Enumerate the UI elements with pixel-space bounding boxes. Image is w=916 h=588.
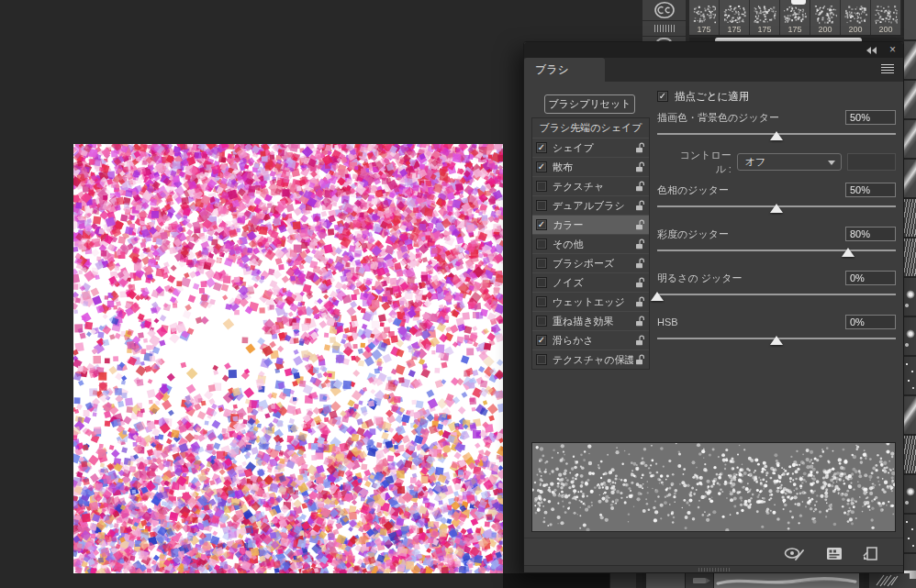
panel-resize-grip-row[interactable] — [524, 565, 903, 572]
setting-checkbox[interactable]: ✓ — [536, 335, 547, 346]
hsb-thumb[interactable] — [770, 336, 783, 345]
setting-checkbox[interactable] — [536, 239, 547, 250]
unlocked-padlock-icon[interactable] — [635, 354, 645, 365]
unlocked-padlock-icon[interactable] — [635, 335, 645, 346]
setting-checkbox[interactable]: ✓ — [536, 142, 547, 153]
brightness-jitter: 明るさの ジッター0% — [657, 270, 896, 305]
dock-thumbnail-dots[interactable] — [904, 357, 916, 396]
unlocked-padlock-icon[interactable] — [635, 239, 645, 250]
apply-per-tip-row[interactable]: ✓ 描点ごとに適用 — [657, 89, 896, 104]
dock-thumbnail-streak[interactable] — [904, 81, 916, 120]
creative-cloud-button[interactable] — [642, 0, 686, 21]
preset-cell-edge[interactable] — [609, 573, 636, 588]
setting-row-8[interactable]: ウェットエッジ — [532, 292, 649, 311]
setting-row-6[interactable]: ブラシポーズ — [532, 253, 649, 272]
setting-row-0[interactable]: ✓シェイプ — [532, 138, 649, 157]
brush-preset-5[interactable]: 200 — [841, 0, 871, 35]
close-panel-icon[interactable]: × — [889, 45, 896, 54]
dock-thumbnail-splat[interactable] — [904, 475, 916, 515]
unlocked-padlock-icon[interactable] — [635, 277, 645, 288]
preset-cell-scribble[interactable] — [864, 573, 910, 588]
setting-row-4[interactable]: ✓カラー — [532, 215, 649, 234]
fg-bg-jitter-thumb[interactable] — [770, 131, 783, 140]
unlocked-padlock-icon[interactable] — [635, 142, 645, 153]
preset-cell-tip[interactable] — [685, 573, 713, 588]
brush-preset-6[interactable]: 200 — [871, 0, 901, 35]
live-tip-preview-icon[interactable] — [784, 547, 806, 561]
dock-thumbnail-scratch[interactable] — [904, 239, 916, 278]
brightness-jitter-value[interactable]: 0% — [845, 271, 896, 285]
preset-cell-stroke[interactable] — [713, 573, 859, 588]
tab-brush[interactable]: ブラシ — [524, 58, 605, 82]
brush-preset-1[interactable]: 175 — [720, 0, 750, 35]
collapse-panel-icon[interactable] — [866, 47, 877, 54]
setting-row-11[interactable]: テクスチャの保護 — [532, 349, 649, 369]
brush-preset-4[interactable]: 200 — [810, 0, 841, 35]
dock-thumbnail-streak[interactable] — [904, 41, 916, 81]
unlocked-padlock-icon[interactable] — [635, 181, 645, 192]
setting-row-9[interactable]: 重ね描き効果 — [532, 311, 649, 330]
saturation-jitter-track[interactable] — [657, 250, 896, 251]
dock-thumbnail-streak[interactable] — [904, 120, 916, 160]
setting-row-2[interactable]: テクスチャ — [532, 176, 649, 195]
setting-checkbox[interactable] — [536, 200, 547, 211]
dock-thumbnail-streak[interactable] — [904, 396, 916, 436]
hue-jitter-thumb[interactable] — [770, 204, 783, 213]
dock-thumbnail-scratch[interactable] — [904, 436, 916, 475]
setting-row-7[interactable]: ノイズ — [532, 272, 649, 292]
setting-checkbox[interactable] — [536, 277, 547, 288]
setting-row-5[interactable]: その他 — [532, 234, 649, 253]
setting-checkbox[interactable]: ✓ — [536, 161, 547, 172]
brightness-jitter-track[interactable] — [657, 294, 896, 295]
setting-checkbox[interactable] — [536, 258, 547, 269]
unlocked-padlock-icon[interactable] — [635, 296, 645, 307]
saturation-jitter-thumb[interactable] — [842, 248, 855, 257]
jitter-sliders: 色相のジッター50%彩度のジッター80%明るさの ジッター0%HSB0% — [657, 182, 896, 349]
setting-checkbox[interactable] — [536, 296, 547, 307]
setting-checkbox[interactable] — [536, 354, 547, 365]
setting-checkbox[interactable] — [536, 181, 547, 192]
brightness-jitter-thumb[interactable] — [651, 292, 664, 301]
new-brush-icon[interactable] — [863, 547, 877, 560]
unlocked-padlock-icon[interactable] — [635, 316, 645, 327]
dock-thumbnail-splat[interactable] — [904, 278, 916, 317]
saturation-jitter-value[interactable]: 80% — [845, 227, 896, 241]
unlocked-padlock-icon[interactable] — [635, 161, 645, 172]
unlocked-padlock-icon[interactable] — [635, 258, 645, 269]
setting-row-1[interactable]: ✓散布 — [532, 157, 649, 176]
setting-checkbox[interactable] — [536, 316, 547, 327]
setting-label: ブラシポーズ — [553, 257, 633, 271]
preset-cell-blank[interactable] — [642, 573, 687, 588]
bristle-qualities-button[interactable] — [642, 21, 686, 37]
brush-preset-3[interactable]: 175 — [780, 0, 810, 35]
setting-label: 滑らかさ — [553, 334, 633, 348]
document-canvas[interactable] — [73, 144, 503, 573]
setting-row-10[interactable]: ✓滑らかさ — [532, 330, 649, 349]
fg-bg-jitter-value[interactable]: 50% — [845, 110, 896, 125]
hue-jitter-value[interactable]: 50% — [845, 183, 896, 197]
brush-preset-0[interactable]: 175 — [689, 0, 720, 35]
dock-thumbnail-streak[interactable] — [904, 160, 916, 199]
setting-row-3[interactable]: デュアルブラシ — [532, 195, 649, 215]
dock-thumbnail-dots[interactable] — [904, 515, 916, 554]
dock-thumbnail-speckle[interactable] — [904, 0, 916, 41]
hue-jitter: 色相のジッター50% — [657, 182, 896, 217]
dock-thumbnail-splat[interactable] — [904, 317, 916, 357]
setting-checkbox[interactable]: ✓ — [536, 219, 547, 230]
brush-thumbnail-strip[interactable] — [904, 0, 916, 588]
brush-tip-shape-item[interactable]: ブラシ先端のシェイプ — [532, 118, 649, 138]
apply-per-tip-label: 描点ごとに適用 — [675, 90, 749, 104]
brush-preset-2[interactable]: 175 — [750, 0, 780, 35]
unlocked-padlock-icon[interactable] — [635, 200, 645, 211]
panel-menu-icon[interactable] — [881, 64, 894, 75]
unlocked-padlock-icon[interactable] — [635, 219, 645, 230]
hsb-value[interactable]: 0% — [845, 315, 896, 329]
control-dropdown[interactable]: オフ — [737, 153, 842, 171]
confetti-artwork[interactable] — [73, 144, 503, 573]
preset-size-label: 175 — [697, 25, 710, 35]
brush-texture-icon[interactable] — [826, 547, 843, 560]
panel-resize-grip — [698, 568, 730, 571]
apply-per-tip-checkbox[interactable]: ✓ — [657, 91, 668, 102]
dock-thumbnail-scratch[interactable] — [904, 199, 916, 239]
brush-presets-button[interactable]: ブラシプリセット — [544, 94, 635, 114]
